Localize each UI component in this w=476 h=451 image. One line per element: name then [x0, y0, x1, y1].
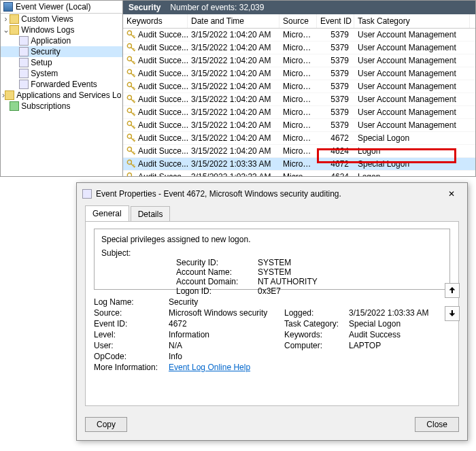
- level-label: Level:: [94, 330, 169, 339]
- svg-point-7: [127, 121, 131, 125]
- event-viewer-window: Event Viewer (Local) › Custom Views ⌄ Wi…: [0, 0, 476, 177]
- folder-icon: [10, 25, 19, 35]
- table-row[interactable]: Audit Succe...3/15/2022 1:04:20 AMMicros…: [123, 54, 475, 67]
- table-row[interactable]: Audit Succe...3/15/2022 1:03:33 AMMicros…: [123, 158, 475, 171]
- source-label: Source:: [94, 308, 169, 318]
- svg-point-9: [127, 147, 131, 151]
- tree-apps-services[interactable]: › Applications and Services Lo: [1, 90, 122, 101]
- event-message: Special privileges assigned to new logon…: [94, 229, 450, 290]
- tab-general-body: 🠉 🠋 Special privileges assigned to new l…: [85, 221, 459, 406]
- tree-custom-views[interactable]: › Custom Views: [1, 14, 122, 24]
- collapse-icon[interactable]: ⌄: [2, 25, 10, 35]
- tree-label: Subscriptions: [21, 101, 70, 111]
- svg-point-8: [127, 134, 131, 138]
- opcode-value: Info: [169, 352, 284, 361]
- col-datetime[interactable]: Date and Time: [188, 14, 279, 28]
- eventid-value: 4672: [169, 319, 284, 329]
- tree-system[interactable]: System: [1, 68, 122, 79]
- tab-general[interactable]: General: [85, 205, 129, 222]
- tree-label: Custom Views: [21, 14, 73, 24]
- nav-down-button[interactable]: 🠋: [445, 306, 460, 321]
- svg-point-3: [127, 69, 131, 73]
- log-icon: [19, 36, 29, 46]
- tree-panel: Event Viewer (Local) › Custom Views ⌄ Wi…: [1, 1, 123, 176]
- tree-security[interactable]: Security: [1, 46, 122, 57]
- tree-label: System: [31, 69, 58, 78]
- event-list[interactable]: Audit Succe...3/15/2022 1:04:20 AMMicros…: [123, 29, 475, 176]
- user-value: N/A: [169, 341, 284, 350]
- moreinfo-label: More Information:: [94, 363, 169, 372]
- table-row[interactable]: Audit Succe...3/15/2022 1:04:20 AMMicros…: [123, 106, 475, 119]
- close-button[interactable]: Close: [415, 417, 459, 432]
- account-label: Account Name:: [176, 267, 258, 277]
- table-row[interactable]: Audit Succe...3/15/2022 1:04:20 AMMicros…: [123, 67, 475, 80]
- col-eventid[interactable]: Event ID: [317, 14, 354, 28]
- tree-setup[interactable]: Setup: [1, 57, 122, 68]
- category-label: Task Category:: [284, 319, 349, 329]
- log-icon: [19, 69, 29, 78]
- tree-application[interactable]: Application: [1, 35, 122, 46]
- header-count: Number of events: 32,039: [170, 3, 264, 12]
- account-value: SYSTEM: [258, 267, 291, 277]
- keywords-label: Keywords:: [284, 330, 349, 339]
- log-icon: [19, 80, 29, 89]
- computer-label: Computer:: [284, 341, 349, 350]
- table-row[interactable]: Audit Succe...3/15/2022 1:04:20 AMMicros…: [123, 41, 475, 54]
- tree-windows-logs[interactable]: ⌄ Windows Logs: [1, 24, 122, 35]
- eventid-label: Event ID:: [94, 319, 169, 329]
- tree-label: Setup: [31, 58, 52, 67]
- dialog-icon: [82, 189, 92, 199]
- level-value: Information: [169, 330, 284, 339]
- computer-value: LAPTOP: [349, 341, 381, 350]
- tree-subscriptions[interactable]: Subscriptions: [1, 101, 122, 112]
- dialog-footer: Copy Close: [77, 412, 467, 440]
- table-row[interactable]: Audit Succe...3/15/2022 1:04:20 AMMicros…: [123, 119, 475, 132]
- close-icon[interactable]: ✕: [441, 187, 462, 201]
- tree-root[interactable]: Event Viewer (Local): [1, 1, 122, 14]
- tree-label: Windows Logs: [21, 25, 74, 35]
- svg-point-0: [127, 31, 131, 35]
- tree-forwarded[interactable]: Forwarded Events: [1, 79, 122, 90]
- logname-value: Security: [169, 297, 284, 307]
- logonid-label: Logon ID:: [176, 286, 258, 296]
- logonid-value: 0x3E7: [258, 286, 281, 296]
- tree-label: Forwarded Events: [31, 80, 97, 89]
- dialog-titlebar[interactable]: Event Properties - Event 4672, Microsoft…: [77, 183, 467, 205]
- copy-button[interactable]: Copy: [85, 417, 127, 432]
- content-panel: Security Number of events: 32,039 Keywor…: [123, 1, 475, 176]
- table-row[interactable]: Audit Succe...3/15/2022 1:04:20 AMMicros…: [123, 132, 475, 145]
- column-headers[interactable]: Keywords Date and Time Source Event ID T…: [123, 14, 475, 29]
- svg-point-10: [127, 160, 131, 164]
- logged-value: 3/15/2022 1:03:33 AM: [349, 308, 428, 318]
- log-icon: [19, 58, 29, 67]
- nav-up-button[interactable]: 🠉: [445, 283, 460, 298]
- table-row[interactable]: Audit Succe...3/15/2022 1:04:20 AMMicros…: [123, 145, 475, 158]
- col-task[interactable]: Task Category: [354, 14, 470, 28]
- expand-icon[interactable]: ›: [2, 14, 10, 24]
- message-text: Special privileges assigned to new logon…: [101, 235, 443, 244]
- svg-point-5: [127, 95, 131, 99]
- svg-point-4: [127, 82, 131, 86]
- tree-label: Security: [31, 47, 60, 56]
- table-row[interactable]: Audit Succe...3/15/2022 1:04:20 AMMicros…: [123, 80, 475, 93]
- folder-icon: [10, 14, 19, 24]
- event-viewer-icon: [3, 2, 13, 12]
- col-keywords[interactable]: Keywords: [123, 14, 188, 28]
- event-properties-dialog: Event Properties - Event 4672, Microsoft…: [76, 182, 468, 441]
- table-row[interactable]: Audit Succe...3/15/2022 1:04:20 AMMicros…: [123, 29, 475, 41]
- subject-label: Subject:: [101, 248, 443, 258]
- col-source[interactable]: Source: [279, 14, 317, 28]
- keywords-value: Audit Success: [349, 330, 401, 339]
- table-row[interactable]: Audit Succe...3/15/2022 1:03:33 AMMicros…: [123, 171, 475, 176]
- online-help-link[interactable]: Event Log Online Help: [169, 363, 250, 372]
- log-icon: [19, 47, 29, 56]
- dialog-title: Event Properties - Event 4672, Microsoft…: [96, 189, 437, 199]
- tab-details[interactable]: Details: [131, 206, 171, 222]
- content-header: Security Number of events: 32,039: [123, 1, 475, 14]
- sid-label: Security ID:: [176, 258, 258, 267]
- tree-label: Application: [31, 36, 71, 46]
- svg-point-11: [127, 173, 131, 176]
- sid-value: SYSTEM: [258, 258, 291, 267]
- user-label: User:: [94, 341, 169, 350]
- table-row[interactable]: Audit Succe...3/15/2022 1:04:20 AMMicros…: [123, 93, 475, 106]
